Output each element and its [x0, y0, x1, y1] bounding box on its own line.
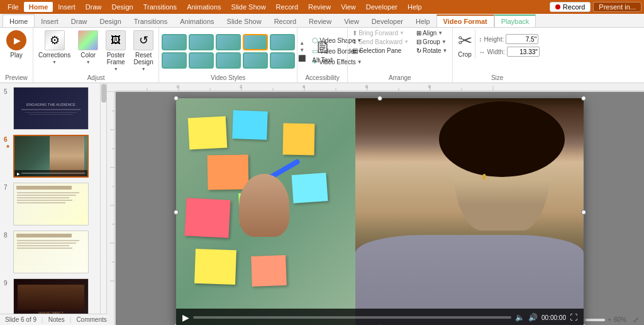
- height-row: ↕ Height:: [479, 34, 540, 44]
- tab-animations[interactable]: Animations: [174, 16, 220, 27]
- selection-pane-button[interactable]: ▤ Selection Pane: [350, 47, 411, 55]
- slides-scrollbar[interactable]: [101, 83, 107, 314]
- zoom-in-icon[interactable]: +: [608, 316, 611, 323]
- tab-playback[interactable]: Playback: [494, 14, 536, 27]
- tab-home[interactable]: Home: [3, 14, 35, 27]
- handle-tl[interactable]: [174, 96, 179, 101]
- video-style-7[interactable]: [189, 52, 214, 69]
- handle-tr[interactable]: [581, 96, 586, 101]
- menu-file[interactable]: File: [3, 2, 24, 12]
- handle-t[interactable]: [377, 96, 382, 101]
- alt-text-button[interactable]: 🖹 Alt Text: [307, 37, 338, 66]
- menu-review[interactable]: Review: [303, 2, 336, 12]
- bring-forward-button[interactable]: ⬆ Bring Forward ▼: [350, 29, 411, 37]
- slide-item-7[interactable]: 7: [3, 181, 97, 227]
- tab-review[interactable]: Review: [303, 16, 338, 27]
- ribbon-group-preview: ▶ Play Preview: [0, 28, 33, 83]
- tab-developer[interactable]: Developer: [365, 16, 409, 27]
- tab-transitions[interactable]: Transitions: [128, 16, 174, 27]
- tab-help[interactable]: Help: [409, 16, 436, 27]
- video-style-1[interactable]: [162, 34, 187, 50]
- group-button[interactable]: ⊟ Group ▼: [414, 38, 449, 46]
- fit-slide-icon[interactable]: ⤢: [633, 316, 639, 324]
- menu-home[interactable]: Home: [24, 2, 53, 12]
- send-backward-button[interactable]: ⬇ Send Backward ▼: [350, 38, 411, 46]
- tab-insert[interactable]: Insert: [35, 16, 65, 27]
- menu-animations[interactable]: Animations: [182, 2, 226, 12]
- menu-slideshow[interactable]: Slide Show: [226, 2, 271, 12]
- record-dot: [555, 4, 560, 9]
- slide-item-6[interactable]: 6 ★ ▶: [3, 134, 97, 179]
- ruler-horizontal: 0 2 4 6 8: [107, 83, 644, 92]
- tab-slideshow[interactable]: Slide Show: [221, 16, 268, 27]
- corrections-button[interactable]: ⚙ Corrections ▼: [36, 29, 73, 66]
- poster-frame-button[interactable]: 🖼 PosterFrame ▼: [103, 29, 128, 72]
- arrange-col-2: ⊞ Align ▼ ⊟ Group ▼ ↻ Rotate ▼: [414, 29, 449, 55]
- width-icon: ↔: [479, 48, 486, 55]
- video-style-5[interactable]: [270, 34, 295, 50]
- video-style-9[interactable]: [243, 52, 268, 69]
- vc-fullscreen[interactable]: ⛶: [570, 313, 577, 322]
- poster-frame-arrow: ▼: [114, 67, 118, 71]
- present-button[interactable]: Present in...: [593, 2, 641, 12]
- menu-draw[interactable]: Draw: [80, 2, 107, 12]
- video-controls-bar: ▶ 🔈 🔊 00:00:00 ⛶: [176, 309, 584, 325]
- tab-record[interactable]: Record: [268, 16, 303, 27]
- vc-vol-down[interactable]: 🔈: [515, 313, 525, 322]
- width-row: ↔ Width:: [479, 47, 540, 57]
- align-label: Align: [423, 30, 436, 37]
- video-style-6[interactable]: [162, 52, 187, 69]
- menu-design[interactable]: Design: [106, 2, 138, 12]
- align-button[interactable]: ⊞ Align ▼: [414, 29, 449, 37]
- ribbon-group-adjust: ⚙ Corrections ▼ Color ▼ 🖼 PosterFrame ▼ …: [33, 28, 159, 83]
- notes-btn[interactable]: Notes: [48, 316, 65, 323]
- height-input[interactable]: [506, 34, 538, 44]
- video-style-4-selected[interactable]: [243, 34, 268, 50]
- tab-video-format[interactable]: Video Format: [436, 14, 494, 27]
- tab-view[interactable]: View: [338, 16, 365, 27]
- video-style-8[interactable]: [216, 52, 241, 69]
- menu-record[interactable]: Record: [271, 2, 303, 12]
- reset-design-button[interactable]: ↺ ResetDesign ▼: [131, 29, 156, 72]
- svg-text:4: 4: [303, 84, 305, 89]
- tab-design[interactable]: Design: [94, 16, 128, 27]
- width-input[interactable]: [507, 47, 540, 57]
- corrections-icon: ⚙: [45, 30, 65, 50]
- align-arrow: ▼: [438, 30, 443, 36]
- slide-item-9[interactable]: 9 MAKING IMPACT: [3, 277, 97, 314]
- color-button[interactable]: Color ▼: [75, 29, 101, 66]
- vc-play-btn[interactable]: ▶: [182, 312, 189, 322]
- tab-draw[interactable]: Draw: [65, 16, 94, 27]
- vc-progress-bar[interactable]: [193, 316, 511, 319]
- main-area: 5 ENGAGING THE AUDIENCE 6 ★ ▶: [0, 83, 644, 314]
- play-button[interactable]: ▶ Play: [3, 29, 30, 60]
- poster-frame-label: PosterFrame: [107, 52, 125, 66]
- comments-btn[interactable]: Comments: [76, 316, 106, 323]
- slide-num-7: 7: [4, 184, 11, 191]
- bring-forward-arrow: ▼: [399, 30, 404, 36]
- handle-r[interactable]: [581, 210, 586, 215]
- size-group-label: Size: [455, 73, 540, 81]
- play-triangle-icon: ▶: [14, 35, 21, 45]
- menu-view[interactable]: View: [336, 2, 361, 12]
- video-style-2[interactable]: [189, 34, 214, 50]
- send-backward-icon: ⬇: [352, 38, 357, 45]
- group-icon: ⊟: [416, 38, 421, 45]
- crop-button[interactable]: ✂ Crop: [455, 29, 475, 59]
- record-button[interactable]: Record: [550, 2, 591, 12]
- vc-vol-up[interactable]: 🔊: [528, 313, 538, 322]
- video-style-10[interactable]: [270, 52, 295, 69]
- menu-transitions[interactable]: Transitions: [138, 2, 182, 12]
- slide-canvas: ▶ 🔈 🔊 00:00:00 ⛶: [176, 98, 584, 325]
- slide-item-8[interactable]: 8: [3, 229, 97, 275]
- slide-item-5[interactable]: 5 ENGAGING THE AUDIENCE: [3, 86, 97, 131]
- handle-l[interactable]: [174, 210, 179, 215]
- menu-insert[interactable]: Insert: [53, 2, 80, 12]
- group-arrow: ▼: [441, 39, 447, 45]
- video-style-3[interactable]: [216, 34, 241, 50]
- menu-help[interactable]: Help: [402, 2, 427, 12]
- menu-developer[interactable]: Developer: [361, 2, 402, 12]
- color-label: Color: [80, 52, 96, 59]
- reset-design-icon: ↺: [133, 30, 153, 50]
- rotate-button[interactable]: ↻ Rotate ▼: [414, 47, 449, 55]
